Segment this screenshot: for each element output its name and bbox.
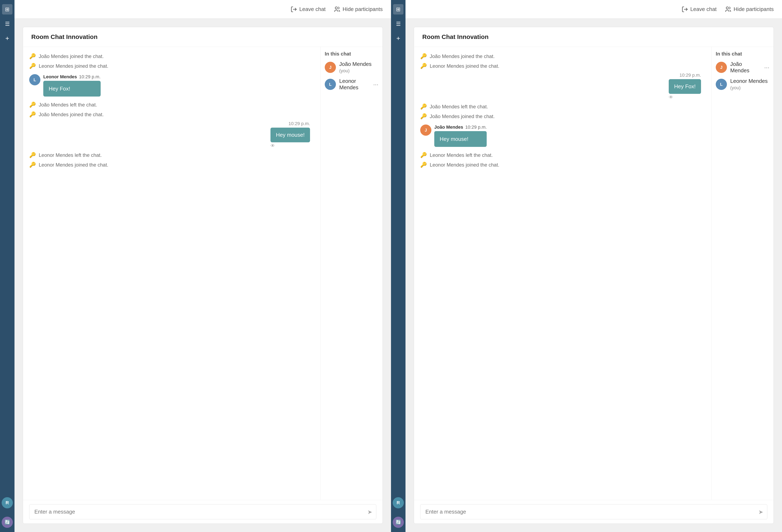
- leonor-bubble-text: Hey Fox!: [43, 81, 101, 97]
- hide-participants-label: Hide participants: [343, 6, 383, 12]
- right-avatar-user: 🔄: [393, 517, 404, 528]
- right-joao-avatar: J: [420, 125, 431, 136]
- participant-joao-avatar: J: [325, 62, 336, 73]
- right-participant-leonor-name: Leonor Mendes (you): [730, 78, 769, 91]
- right-system-msg-text-2: Leonor Mendes joined the chat.: [430, 63, 499, 69]
- right-system-msg-1: 🔑 João Mendes joined the chat.: [420, 53, 705, 60]
- joao-outgoing-content: 10:29 p.m. Hey mouse! 👁: [271, 121, 310, 148]
- left-message-input[interactable]: [29, 504, 376, 519]
- right-chat-footer: ➤: [414, 500, 774, 524]
- left-sidebar: ⊞ ☰ + R 🔄: [0, 0, 14, 532]
- right-participant-joao-more[interactable]: ···: [764, 64, 769, 71]
- hide-participants-button[interactable]: Hide participants: [334, 6, 383, 13]
- right-main-area: Leave chat Hide participants Room Chat I…: [405, 0, 782, 532]
- right-participant-leonor-avatar: L: [716, 79, 727, 90]
- left-chat-title: Room Chat Innovation: [23, 27, 383, 47]
- add-button[interactable]: +: [2, 33, 12, 43]
- right-leonor-outgoing-meta: 10:29 p.m.: [669, 72, 701, 78]
- system-msg-text-4: João Mendes joined the chat.: [39, 112, 104, 117]
- right-chat-window: Room Chat Innovation 🔑 João Mendes joine…: [414, 27, 774, 524]
- right-system-msg-text-5: Leonor Mendes left the chat.: [430, 152, 493, 158]
- right-menu-icon[interactable]: ☰: [393, 19, 403, 29]
- left-main-area: Leave chat Hide participants Room Chat I…: [14, 0, 391, 532]
- right-participant-leonor: L Leonor Mendes (you): [716, 78, 769, 91]
- leonor-bubble-meta: Leonor Mendes 10:29 p.m.: [43, 74, 101, 79]
- right-grid-icon[interactable]: ⊞: [393, 4, 403, 14]
- right-system-msg-text-3: João Mendes left the chat.: [430, 104, 488, 110]
- left-top-bar: Leave chat Hide participants: [14, 0, 391, 19]
- right-system-msg-text-6: Leonor Mendes joined the chat.: [430, 162, 499, 168]
- participant-leonor-name: Leonor Mendes: [339, 78, 370, 91]
- leonor-bubble-content: Leonor Mendes 10:29 p.m. Hey Fox!: [43, 74, 101, 97]
- left-chat-window: Room Chat Innovation 🔑 João Mendes joine…: [23, 27, 383, 524]
- right-leonor-outgoing-content: 10:29 p.m. Hey Fox! 👁: [669, 72, 701, 100]
- participant-joao-you: (you): [339, 68, 350, 73]
- right-participant-joao: J João Mendes ···: [716, 61, 769, 74]
- participant-joao: J João Mendes (you): [325, 61, 378, 74]
- right-panel: ⊞ ☰ + R 🔄 Leave chat Hide participants R…: [391, 0, 782, 532]
- svg-point-1: [335, 7, 337, 9]
- right-system-icon-6: 🔑: [420, 162, 427, 168]
- menu-icon[interactable]: ☰: [2, 19, 12, 29]
- participant-leonor-avatar: L: [325, 79, 336, 90]
- right-system-msg-4: 🔑 João Mendes joined the chat.: [420, 113, 705, 119]
- right-chat-messages[interactable]: 🔑 João Mendes joined the chat. 🔑 Leonor …: [414, 47, 711, 500]
- joao-outgoing-row: 10:29 p.m. Hey mouse! 👁: [29, 121, 314, 148]
- right-system-msg-6: 🔑 Leonor Mendes joined the chat.: [420, 162, 705, 168]
- system-msg-4: 🔑 João Mendes joined the chat.: [29, 111, 314, 118]
- right-participant-leonor-you: (you): [730, 85, 741, 90]
- system-icon-2: 🔑: [29, 63, 36, 69]
- system-msg-2: 🔑 Leonor Mendes joined the chat.: [29, 63, 314, 69]
- seen-icon: 👁: [271, 143, 310, 148]
- leave-chat-label: Leave chat: [299, 6, 326, 12]
- right-system-msg-3: 🔑 João Mendes left the chat.: [420, 103, 705, 110]
- right-system-msg-text-1: João Mendes joined the chat.: [430, 54, 495, 59]
- right-joao-name: João Mendes: [434, 125, 463, 130]
- grid-icon[interactable]: ⊞: [2, 4, 12, 14]
- system-msg-6: 🔑 Leonor Mendes joined the chat.: [29, 162, 314, 168]
- right-hide-participants-button[interactable]: Hide participants: [725, 6, 774, 13]
- right-system-msg-2: 🔑 Leonor Mendes joined the chat.: [420, 63, 705, 69]
- system-icon-1: 🔑: [29, 53, 36, 60]
- right-input-wrapper: ➤: [420, 504, 767, 519]
- joao-outgoing-meta: 10:29 p.m.: [271, 121, 310, 127]
- system-icon-5: 🔑: [29, 152, 36, 158]
- right-participants-icon: [725, 6, 732, 13]
- right-seen-icon: 👁: [669, 95, 701, 100]
- right-participants-title: In this chat: [716, 51, 769, 57]
- right-chat-title: Room Chat Innovation: [414, 27, 774, 47]
- right-joao-message-bubble: J João Mendes 10:29 p.m. Hey mouse!: [420, 125, 705, 147]
- right-joao-bubble-content: João Mendes 10:29 p.m. Hey mouse!: [434, 125, 487, 147]
- left-send-button[interactable]: ➤: [367, 508, 372, 515]
- right-send-button[interactable]: ➤: [758, 508, 763, 515]
- right-system-msg-text-4: João Mendes joined the chat.: [430, 113, 495, 119]
- right-participants-panel: In this chat J João Mendes ··· L Leonor …: [711, 47, 774, 500]
- leave-chat-button[interactable]: Leave chat: [290, 6, 326, 13]
- leave-icon: [290, 6, 297, 13]
- right-system-icon-3: 🔑: [420, 103, 427, 110]
- right-participant-joao-name: João Mendes: [730, 61, 761, 74]
- participant-joao-name: João Mendes (you): [339, 61, 378, 74]
- leonor-message-bubble: L Leonor Mendes 10:29 p.m. Hey Fox!: [29, 74, 314, 97]
- right-hide-participants-label: Hide participants: [734, 6, 774, 12]
- right-chat-body: 🔑 João Mendes joined the chat. 🔑 Leonor …: [414, 47, 774, 500]
- right-add-button[interactable]: +: [393, 33, 403, 43]
- right-message-input[interactable]: [420, 504, 767, 519]
- left-chat-body: 🔑 João Mendes joined the chat. 🔑 Leonor …: [23, 47, 383, 500]
- leonor-avatar: L: [29, 74, 40, 85]
- joao-outgoing-bubble: Hey mouse!: [271, 128, 310, 142]
- right-leave-chat-button[interactable]: Leave chat: [681, 6, 717, 13]
- left-chat-footer: ➤: [23, 500, 383, 524]
- avatar-user: 🔄: [2, 517, 13, 528]
- participant-leonor-more[interactable]: ···: [373, 81, 378, 88]
- right-system-msg-5: 🔑 Leonor Mendes left the chat.: [420, 152, 705, 158]
- system-msg-1: 🔑 João Mendes joined the chat.: [29, 53, 314, 60]
- system-icon-6: 🔑: [29, 162, 36, 168]
- right-top-bar: Leave chat Hide participants: [405, 0, 782, 19]
- avatar-r: R: [2, 497, 13, 508]
- left-chat-messages[interactable]: 🔑 João Mendes joined the chat. 🔑 Leonor …: [23, 47, 320, 500]
- left-participants-title: In this chat: [325, 51, 378, 57]
- right-joao-bubble-meta: João Mendes 10:29 p.m.: [434, 125, 487, 130]
- leonor-time: 10:29 p.m.: [79, 74, 101, 79]
- system-icon-3: 🔑: [29, 102, 36, 108]
